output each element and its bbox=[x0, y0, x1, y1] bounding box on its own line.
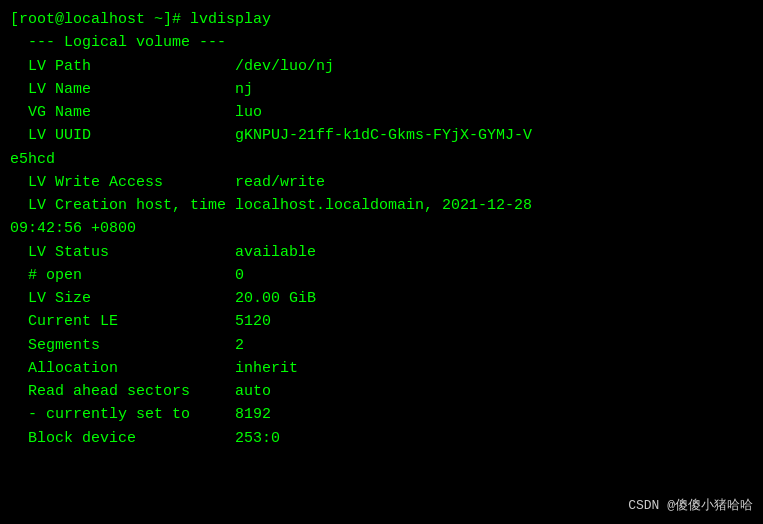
terminal-line: [root@localhost ~]# lvdisplay bbox=[10, 8, 753, 31]
terminal-line: LV Write Access read/write bbox=[10, 171, 753, 194]
watermark: CSDN @傻傻小猪哈哈 bbox=[628, 496, 753, 514]
terminal-line: LV Size 20.00 GiB bbox=[10, 287, 753, 310]
terminal-line: --- Logical volume --- bbox=[10, 31, 753, 54]
terminal-window: [root@localhost ~]# lvdisplay --- Logica… bbox=[0, 0, 763, 524]
terminal-line: LV Name nj bbox=[10, 78, 753, 101]
terminal-line: LV Status available bbox=[10, 241, 753, 264]
terminal-line: Block device 253:0 bbox=[10, 427, 753, 450]
terminal-line: Allocation inherit bbox=[10, 357, 753, 380]
terminal-line: LV UUID gKNPUJ-21ff-k1dC-Gkms-FYjX-GYMJ-… bbox=[10, 124, 753, 147]
terminal-line: - currently set to 8192 bbox=[10, 403, 753, 426]
terminal-line: # open 0 bbox=[10, 264, 753, 287]
terminal-line: VG Name luo bbox=[10, 101, 753, 124]
terminal-line: LV Path /dev/luo/nj bbox=[10, 55, 753, 78]
terminal-line: Read ahead sectors auto bbox=[10, 380, 753, 403]
terminal-line: 09:42:56 +0800 bbox=[10, 217, 753, 240]
terminal-line: e5hcd bbox=[10, 148, 753, 171]
terminal-line: Segments 2 bbox=[10, 334, 753, 357]
terminal-line: Current LE 5120 bbox=[10, 310, 753, 333]
terminal-line: LV Creation host, time localhost.localdo… bbox=[10, 194, 753, 217]
